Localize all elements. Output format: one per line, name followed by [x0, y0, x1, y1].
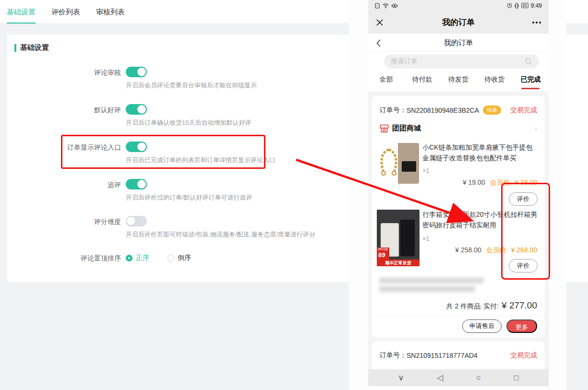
radio-unselected-icon	[168, 255, 174, 261]
svg-text:!: !	[377, 4, 378, 8]
product-title[interactable]: 小CK链条加粗加宽单肩腋下包手提包金属链子改造替换包包配件单买	[422, 142, 539, 163]
order-summary: 共 2 件商品 实付: ¥ 277.00	[446, 300, 537, 311]
section-title: 基础设置	[20, 43, 49, 52]
nav-hide-icon[interactable]: ∨	[398, 373, 404, 383]
order-header: 订单号： SN2208190948E3B2CA 快递 交易完成	[380, 106, 537, 115]
shop-name: 团团商城	[392, 124, 421, 133]
store-icon	[380, 124, 389, 133]
order-no: SN2109151718777AD4	[407, 352, 478, 359]
gold-chain-graphic	[379, 148, 398, 180]
tab-completed[interactable]: 已完成	[513, 71, 549, 91]
toggle-knob	[137, 105, 146, 114]
order-card: 订单号： SN2208190948E3B2CA 快递 交易完成 团团商城 › 小…	[372, 96, 545, 337]
summary-amount: ¥ 277.00	[502, 300, 537, 311]
section-accent-bar	[14, 44, 16, 52]
search-input[interactable]: 搜索订单	[384, 54, 539, 69]
status-time: 9:49	[531, 2, 542, 9]
alarm-icon	[507, 3, 512, 8]
wifi-icon	[383, 3, 389, 8]
mini-program-titlebar: 我的订单	[368, 11, 549, 34]
order-no: SN2208190948E3B2CA	[407, 106, 479, 114]
summary-items: 共 2 件商品	[446, 302, 481, 311]
radio-label: 正序	[136, 254, 149, 262]
order-no-label: 订单号：	[380, 106, 407, 115]
toggle-knob	[137, 68, 146, 76]
nav-home-icon[interactable]: ○	[476, 373, 481, 383]
vibrate-icon	[515, 3, 519, 9]
phone-screen: ! 62 9:49 我的订单 我的订单	[368, 0, 549, 390]
eye-icon	[391, 3, 398, 8]
radio-ascending[interactable]: 正序	[126, 254, 149, 262]
form-label: 默认好评	[0, 106, 121, 115]
product-image[interactable]: 限时优惠 69 顺丰正常发货	[377, 210, 420, 266]
toggle-knob	[137, 142, 146, 151]
nav-back-icon[interactable]: ◁	[437, 373, 443, 383]
form-label: 评分维度	[0, 218, 121, 226]
radio-label: 倒序	[178, 254, 191, 262]
order-no-label: 订单号：	[380, 351, 407, 360]
price: ¥ 19.00	[463, 178, 485, 186]
rating-dimension-toggle[interactable]	[126, 216, 147, 226]
comment-audit-toggle[interactable]	[126, 67, 147, 77]
sim-alert-icon: !	[375, 3, 380, 9]
tab-pending-payment[interactable]: 待付款	[404, 71, 440, 91]
toggle-knob	[127, 217, 135, 225]
status-bar: ! 62 9:49	[368, 0, 549, 11]
tab-all[interactable]: 全部	[368, 71, 404, 91]
tab-pending-shipment[interactable]: 待发货	[440, 71, 476, 91]
form-desc: 开启后订单确认收货15天后自动增加默认好评	[126, 118, 251, 127]
shipping-banner: 顺丰正常发货	[377, 260, 420, 266]
radio-selected-icon	[126, 255, 132, 261]
tab-basic-settings[interactable]: 基础设置	[7, 0, 36, 24]
radio-descending[interactable]: 倒序	[168, 254, 191, 262]
bag-photo	[402, 161, 416, 172]
product-image[interactable]	[378, 143, 419, 184]
delivery-badge: 快递	[483, 106, 501, 115]
product-price-row: ¥ 258.00 会员价: ¥ 268.00	[422, 246, 537, 255]
tab-pending-receipt[interactable]: 待收货	[477, 71, 513, 91]
form-desc: 开启后评价页面可对描述/包装,物流服务/配送,服务态度/质量进行评分	[126, 230, 315, 239]
follow-up-review-toggle[interactable]	[126, 179, 147, 189]
form-label: 追评	[0, 181, 121, 189]
member-price: ¥ 268.00	[511, 246, 538, 254]
form-desc: 开启后会员评论需要后台审核后才能在前端显示	[126, 81, 257, 90]
product-qty: ×1	[422, 235, 430, 242]
more-icon[interactable]	[532, 22, 541, 24]
order-header: 订单号： SN2109151718777AD4 交易完成	[380, 351, 537, 360]
product-title[interactable]: 行李箱女网红新款20寸小登机拉杆箱男密码旅行皮箱子结实耐用	[422, 209, 539, 230]
review-button[interactable]: 评价	[509, 192, 538, 206]
order-review-entry-toggle[interactable]	[126, 142, 147, 152]
more-button[interactable]: 更多	[506, 319, 537, 333]
form-desc: 开启后评价过的订单/默认好评订单可进行追评	[126, 193, 252, 202]
search-icon	[525, 58, 532, 65]
shop-row[interactable]: 团团商城 ›	[380, 124, 537, 133]
order-status-tabs: 全部 待付款 待发货 待收货 已完成	[368, 71, 549, 91]
form-label: 订单显示评论入口	[0, 143, 121, 152]
redacted-text	[379, 286, 475, 292]
search-row: 搜索订单	[368, 52, 549, 71]
promo-price-badge: 限时优惠 69	[377, 248, 389, 260]
phone-screenshot-panel: ! 62 9:49 我的订单 我的订单	[349, 0, 566, 390]
chevron-right-icon: ›	[535, 124, 537, 132]
search-placeholder: 搜索订单	[391, 57, 418, 66]
form-label: 评论置顶排序	[0, 254, 121, 263]
order-status: 交易完成	[510, 106, 537, 115]
screen: 基础设置 评价列表 审核列表 基础设置 评论审核 开启后会员评论需要后台审核后才…	[0, 0, 588, 390]
nav-recent-icon[interactable]: □	[514, 373, 518, 383]
page-title: 我的订单	[368, 17, 549, 28]
member-price-label: 会员价:	[486, 246, 508, 254]
battery-icon: 62	[521, 3, 528, 8]
after-sale-button[interactable]: 申请售后	[462, 319, 502, 333]
divider	[372, 316, 545, 316]
black-suitcase-photo	[400, 219, 415, 257]
form-label: 评论审核	[0, 69, 121, 77]
close-icon[interactable]	[376, 19, 384, 26]
member-price: ¥ 38.00	[515, 178, 537, 186]
redacted-text	[379, 277, 484, 284]
subheader-title: 我的订单	[368, 38, 549, 47]
default-good-review-toggle[interactable]	[126, 104, 147, 115]
review-button[interactable]: 评价	[509, 259, 538, 272]
tab-review-list[interactable]: 评价列表	[51, 0, 80, 24]
toggle-knob	[137, 180, 146, 189]
tab-audit-list[interactable]: 审核列表	[96, 0, 125, 24]
